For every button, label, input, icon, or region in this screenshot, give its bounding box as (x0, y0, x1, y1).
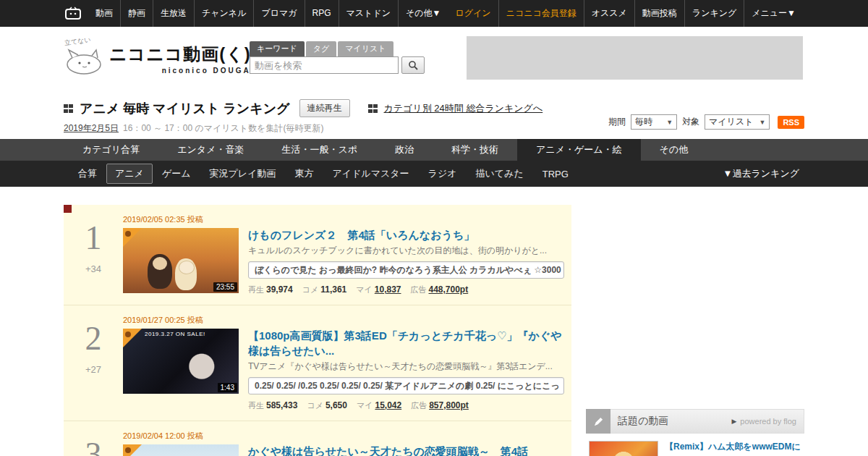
date-note: 16：00 ～ 17：00 のマイリスト数を集計(毎時更新) (123, 122, 323, 135)
ranking-controls: 期間 毎時 ▼ 対象 マイリスト ▼ RSS (608, 114, 804, 130)
nav-upload[interactable]: 動画投稿 (634, 0, 684, 27)
top-nav-bar: 動画 静画 生放送 チャンネル ブロマガ RPG マストドン その他▼ ログイン… (0, 0, 868, 27)
video-thumbnail[interactable]: 2019.3.27 ON SALE! 1:43 (123, 329, 239, 394)
date-link[interactable]: 2019年2月5日 (64, 122, 119, 135)
ad-points-link[interactable]: 448,700pt (428, 284, 468, 295)
pencil-icon (586, 409, 610, 434)
nav-seiga[interactable]: 静画 (120, 0, 153, 27)
comment-ticker: 0.25/ 0.25/ /0.25 0.25/ 0.25/ 0.25/ 某アイド… (248, 377, 564, 394)
comments-count: 5,650 (326, 400, 347, 410)
cat-tab-anime-game-art[interactable]: アニメ・ゲーム・絵 (517, 139, 641, 161)
video-title-link[interactable]: けものフレンズ２ 第4話「いろんなおうち」 (248, 228, 564, 242)
topic-video-item: 【Remix】ハム太郎をwwwEDMにwww (586, 434, 804, 456)
comments-count: 11,361 (320, 284, 346, 295)
category-tab-bar: カテゴリ合算 エンタメ・音楽 生活・一般・スポ 政治 科学・技術 アニメ・ゲーム… (0, 139, 868, 161)
ad-points-link[interactable]: 857,800pt (429, 400, 469, 410)
period-select[interactable]: 毎時 ▼ (631, 114, 677, 130)
search-tab-keyword[interactable]: キーワード (250, 41, 305, 56)
views-label: 再生 (248, 284, 264, 295)
mylist-count-link[interactable]: 15,042 (375, 400, 401, 410)
nav-others-menu[interactable]: その他▼ (398, 0, 448, 27)
search-button[interactable] (401, 56, 425, 74)
category-total-ranking-link[interactable]: カテゴリ別 24時間 総合ランキングへ (384, 102, 543, 115)
continuous-play-button[interactable]: 連続再生 (299, 99, 350, 117)
search-tabs: キーワード タグ マイリスト (250, 41, 425, 56)
ad-label: 広告 (410, 284, 426, 295)
rank-column: 1 +34 (64, 214, 123, 295)
search-input[interactable] (250, 56, 399, 74)
rank-delta: +34 (64, 263, 123, 274)
sub-tab-touhou[interactable]: 東方 (285, 167, 323, 180)
top-nav-left: 動画 静画 生放送 チャンネル ブロマガ RPG マストドン その他▼ (64, 0, 448, 27)
rank-column: 3 (64, 431, 123, 456)
mylist-label: マイ (356, 284, 373, 295)
logo-sub: niconico DOUGA (109, 67, 251, 75)
nav-live[interactable]: 生放送 (153, 0, 194, 27)
sub-tab-total[interactable]: 合算 (69, 167, 106, 180)
search-tab-mylist[interactable]: マイリスト (338, 41, 393, 56)
rank-number: 1 (64, 221, 123, 255)
nicoad-corner-icon (123, 444, 142, 456)
play-icon: ▶ (731, 418, 736, 425)
sub-tab-trpg[interactable]: TRPG (533, 169, 578, 180)
ad-banner-placeholder (467, 36, 803, 80)
sub-tab-radio[interactable]: ラジオ (419, 167, 467, 180)
cat-tab-entertainment[interactable]: エンタメ・音楽 (158, 139, 263, 161)
cat-tab-other[interactable]: その他 (641, 139, 707, 161)
video-description: TVアニメ『かぐや様は告らせたい～天才たちの恋愛頭脳戦～』第3話エンデ... (248, 360, 564, 373)
video-thumbnail[interactable] (123, 444, 239, 456)
sub-tab-game[interactable]: ゲーム (153, 167, 200, 180)
target-select[interactable]: マイリスト ▼ (705, 114, 770, 130)
cat-tab-life[interactable]: 生活・一般・スポ (263, 139, 376, 161)
nav-ranking[interactable]: ランキング (684, 0, 744, 27)
sub-tab-idolmaster[interactable]: アイドルマスター (323, 167, 418, 180)
duration-badge: 1:43 (218, 383, 237, 392)
nav-recommend[interactable]: オススメ (584, 0, 634, 27)
sidebar: 話題の動画 ▶ powered by flog 【Remix】ハム太郎をwwwE… (586, 187, 804, 456)
chevron-down-icon: ▼ (759, 119, 765, 126)
topic-video-thumbnail[interactable] (589, 441, 658, 456)
mylist-count-link[interactable]: 10,837 (375, 284, 401, 295)
search-row (250, 56, 425, 74)
powered-by-link[interactable]: ▶ powered by flog (731, 417, 804, 426)
video-thumbnail[interactable]: 23:55 (123, 228, 239, 293)
category-list-icon (368, 104, 378, 113)
posted-date: 2019/01/27 00:25 投稿 (123, 315, 564, 326)
video-title-link[interactable]: 【1080p高画質版】第3話ED「チカっとチカ千花っ♡」『かぐや様は告らせたい.… (248, 329, 564, 358)
past-ranking-link[interactable]: ▼過去ランキング (723, 167, 799, 180)
comments-label: コメ (302, 284, 319, 295)
video-title-link[interactable]: かぐや様は告らせたい～天才たちの恋愛頭脳戦～ 第4話 (248, 444, 564, 456)
nav-video[interactable]: 動画 (88, 0, 120, 27)
video-body: かぐや様は告らせたい～天才たちの恋愛頭脳戦～ 第4話 動画一覧はこちら第3話 w… (123, 444, 564, 456)
video-entry: 2019/02/05 02:35 投稿 23:55 けものフレンズ２ 第4話「い… (123, 214, 571, 295)
niconico-tv-icon[interactable] (64, 7, 88, 21)
sub-tab-letsplay[interactable]: 実況プレイ動画 (200, 167, 286, 180)
cat-tab-science[interactable]: 科学・技術 (433, 139, 517, 161)
login-link[interactable]: ログイン (448, 0, 498, 27)
nav-blomaga[interactable]: ブロマガ (253, 0, 304, 27)
ad-label: 広告 (411, 400, 427, 411)
nav-mastodon[interactable]: マストドン (339, 0, 398, 27)
thumbnail-caption: 2019.3.27 ON SALE! (145, 331, 205, 337)
nav-channel[interactable]: チャンネル (194, 0, 253, 27)
site-logo[interactable]: 立てない ニコニコ動画(く) niconico DOUGA (61, 37, 251, 77)
video-stats: 再生 585,433 コメ 5,650 マイ 15,042 広告 857,800… (248, 400, 564, 411)
nav-menu[interactable]: メニュー▼ (744, 0, 803, 27)
topic-video-title-link[interactable]: 【Remix】ハム太郎をwwwEDMにwww (665, 441, 801, 456)
cat-tab-total[interactable]: カテゴリ合算 (64, 139, 158, 161)
ranking-grid-icon (64, 104, 73, 113)
nicoad-corner-icon (123, 228, 142, 247)
sub-tab-drawing[interactable]: 描いてみた (467, 167, 533, 180)
main-content: 1 +34 2019/02/05 02:35 投稿 23:55 けものフレンズ２… (0, 187, 868, 456)
mascot-icon: 立てない (61, 37, 106, 77)
cat-tab-politics[interactable]: 政治 (376, 139, 433, 161)
sub-tab-anime[interactable]: アニメ (106, 164, 153, 184)
thumbnail-character (175, 258, 197, 290)
nav-rpg[interactable]: RPG (305, 0, 339, 27)
register-link[interactable]: ニコニコ会員登録 (498, 0, 584, 27)
views-count: 39,974 (266, 284, 293, 295)
search-tab-tag[interactable]: タグ (306, 41, 337, 56)
video-info: けものフレンズ２ 第4話「いろんなおうち」 キュルルのスケッチブックに書かれてい… (248, 228, 564, 295)
powered-by-text: powered by flog (740, 417, 796, 426)
rss-button[interactable]: RSS (778, 116, 804, 129)
